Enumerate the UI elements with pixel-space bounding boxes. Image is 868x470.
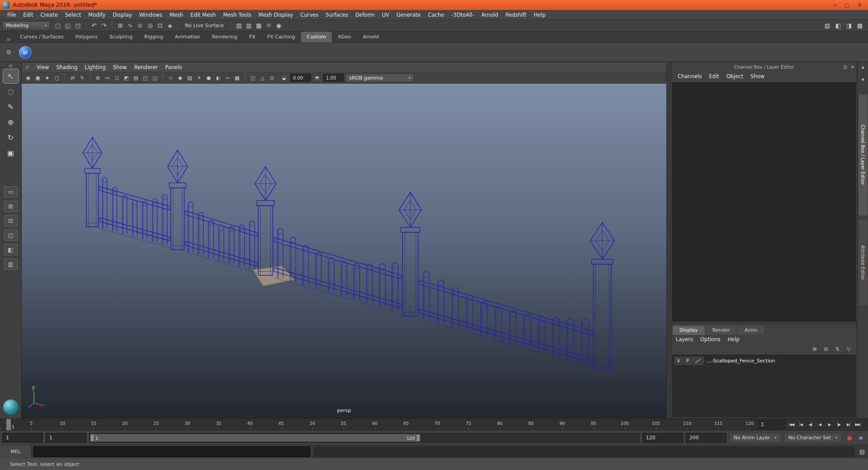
outliner-persp-layout-icon[interactable]: ▥ <box>4 258 18 270</box>
menu-mesh[interactable]: Mesh <box>166 10 187 20</box>
film-gate-icon[interactable]: ▭ <box>103 73 112 82</box>
shadows-icon[interactable]: ● <box>204 73 213 82</box>
grease-pencil-icon[interactable]: ✎ <box>77 73 87 82</box>
toggle-attribute-editor-icon[interactable]: ◨ <box>844 21 854 31</box>
go-to-end-button[interactable]: ▶▶| <box>853 420 863 429</box>
close-panel-icon[interactable]: ✕ <box>851 65 854 70</box>
animation-end-field[interactable]: 200 <box>686 433 726 443</box>
layer-row[interactable]: V P ...:Scalloped_Fence_Section <box>673 357 855 365</box>
two-pane-side-layout-icon[interactable]: ◫ <box>4 230 18 241</box>
panel-divider[interactable] <box>667 62 671 418</box>
layer-editor-tab-display[interactable]: Display <box>673 326 705 335</box>
textured-icon[interactable]: ▨ <box>185 73 194 82</box>
menu-redshift[interactable]: Redshift <box>502 10 530 20</box>
layer-playback-toggle[interactable]: P <box>684 357 692 365</box>
current-time-marker[interactable] <box>6 419 11 430</box>
snap-to-view-plane-icon[interactable]: ⊡ <box>155 21 165 31</box>
animation-preferences-icon[interactable]: ≡ <box>856 433 866 443</box>
menu-edit-mesh[interactable]: Edit Mesh <box>187 10 219 20</box>
step-forward-key-button[interactable]: |▶ <box>834 420 844 429</box>
safe-title-icon[interactable]: ◲ <box>150 73 160 82</box>
shelf-tab-fx-caching[interactable]: FX Caching <box>261 32 301 42</box>
snap-to-point-icon[interactable]: ⊙ <box>135 21 145 31</box>
shelf-tab-rigging[interactable]: Rigging <box>138 32 169 42</box>
menu-cache[interactable]: Cache <box>425 10 448 20</box>
menu-arnold[interactable]: Arnold <box>478 10 502 20</box>
playback-range-bar[interactable]: 1 120 <box>90 434 420 442</box>
hypershade-icon[interactable]: ◉ <box>274 21 283 31</box>
create-layer-from-selected-icon[interactable]: ⊟ <box>821 345 830 353</box>
shelf-tab-arnold[interactable]: Arnold <box>357 32 385 42</box>
motion-blur-icon[interactable]: ≈ <box>223 73 232 82</box>
rotate-tool-icon[interactable]: ↻ <box>3 131 19 145</box>
go-to-start-button[interactable]: |◀◀ <box>787 420 796 429</box>
layer-visibility-toggle[interactable]: V <box>675 357 683 365</box>
range-start-handle[interactable] <box>91 435 94 441</box>
time-slider[interactable]: 1 51015202530354045505560657075808590951… <box>0 418 868 430</box>
strip-scroll-up-icon[interactable]: ▲ <box>859 64 867 70</box>
menu-surfaces[interactable]: Surfaces <box>322 10 352 20</box>
menu-uv[interactable]: UV <box>378 10 393 20</box>
viewport-menu-lighting[interactable]: Lighting <box>81 62 109 72</box>
snap-to-curve-icon[interactable]: ∿ <box>125 21 135 31</box>
resolution-gate-icon[interactable]: ◻ <box>112 73 122 82</box>
menu-mesh-tools[interactable]: Mesh Tools <box>220 10 255 20</box>
strip-scroll-down-icon[interactable]: ▼ <box>859 76 867 83</box>
menu-modify[interactable]: Modify <box>85 10 109 20</box>
xray-joints-icon[interactable]: △ <box>258 73 267 82</box>
menu-help[interactable]: Help <box>530 10 549 20</box>
make-live-icon[interactable]: ◈ <box>165 21 175 31</box>
anim-layer-select[interactable]: No Anim Layer ▾ <box>729 433 781 443</box>
step-back-key-button[interactable]: ◀| <box>806 420 815 429</box>
menu-create[interactable]: Create <box>37 10 61 20</box>
paint-select-tool-icon[interactable]: ✎ <box>3 100 19 114</box>
shelf-tab-xgen[interactable]: XGen <box>332 32 357 42</box>
ipr-render-icon[interactable]: ▥ <box>244 21 254 31</box>
current-frame-field[interactable]: 1 <box>758 420 785 429</box>
channel-box-menu-show[interactable]: Show <box>747 71 768 81</box>
custom-shelf-tool-icon[interactable]: ⇄ <box>19 46 32 59</box>
layer-filter-icon[interactable]: ▽ <box>844 345 853 353</box>
create-empty-layer-icon[interactable]: ⊞ <box>810 345 819 353</box>
gate-mask-icon[interactable]: ◩ <box>122 73 131 82</box>
single-pane-layout-icon[interactable]: ▭ <box>4 186 18 197</box>
range-end-handle[interactable] <box>417 435 420 441</box>
menu-file[interactable]: File <box>4 10 19 20</box>
maximize-button[interactable]: ▢ <box>844 2 849 8</box>
viewport-menu-shading[interactable]: Shading <box>53 62 81 72</box>
playback-start-field[interactable]: 1 <box>46 433 86 443</box>
range-slider-track[interactable]: 1 120 <box>89 433 640 443</box>
viewport-menu-show[interactable]: Show <box>109 62 131 72</box>
view-transform-select[interactable]: sRGB gamma ▾ <box>345 74 414 82</box>
layer-editor-menu-layers[interactable]: Layers <box>672 334 697 344</box>
xray-icon[interactable]: ◫ <box>248 73 258 82</box>
menu-mesh-display[interactable]: Mesh Display <box>255 10 297 20</box>
shelf-menu-gear-icon[interactable]: ⚙ <box>4 47 14 57</box>
three-pane-split-layout-icon[interactable]: ◧ <box>4 244 18 255</box>
layer-editor-tab-anim[interactable]: Anim <box>738 326 764 335</box>
save-scene-icon[interactable]: ◳ <box>73 21 83 31</box>
animation-start-field[interactable]: 1 <box>2 433 43 443</box>
menu-generate[interactable]: Generate <box>393 10 425 20</box>
menu-select[interactable]: Select <box>61 10 85 20</box>
sort-layers-icon[interactable]: ⇅ <box>833 345 842 353</box>
side-tab-channel-box-layer-editor[interactable]: Channel Box / Layer Editor <box>859 94 868 216</box>
bookmarks-icon[interactable]: ★ <box>42 73 52 82</box>
playback-end-field[interactable]: 120 <box>642 433 683 443</box>
gamma-field[interactable]: 1.00 <box>323 74 344 82</box>
menu-deform[interactable]: Deform <box>352 10 378 20</box>
viewport-menu-renderer[interactable]: Renderer <box>131 62 162 72</box>
play-backwards-button[interactable]: ◀ <box>815 420 825 429</box>
menu-set-selector[interactable]: Modeling ▾ <box>2 21 50 30</box>
auto-keyframe-icon[interactable]: ● <box>844 433 854 443</box>
shelf-tab-rendering[interactable]: Rendering <box>206 32 243 42</box>
shaded-icon[interactable]: ◆ <box>175 73 185 82</box>
anti-alias-icon[interactable]: ▩ <box>232 73 242 82</box>
select-camera-icon[interactable]: ◉ <box>24 73 33 82</box>
scale-tool-icon[interactable]: ▣ <box>3 146 19 160</box>
title-bar[interactable]: Autodesk Maya 2016: untitled* ─▢✕ <box>0 0 868 10</box>
camera-attributes-icon[interactable]: ▣ <box>33 73 42 82</box>
script-editor-icon[interactable]: ▤ <box>856 445 868 458</box>
grid-icon[interactable]: ⊞ <box>93 73 103 82</box>
menu-3dtoall[interactable]: -3DtoAll- <box>448 10 477 20</box>
